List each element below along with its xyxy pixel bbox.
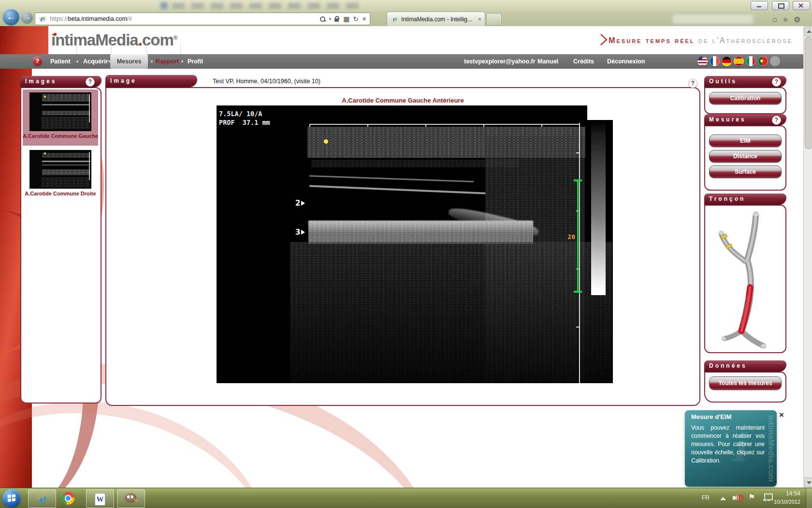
nav-link-deconnexion[interactable]: Déconnexion [607, 54, 645, 69]
back-button[interactable]: ← [3, 9, 19, 25]
surface-button[interactable]: Surface [709, 165, 782, 178]
url-scheme: https:// [50, 15, 68, 22]
ultrasound-image[interactable]: 7.5LA/ 10/A PROF 37.1 mm 2 3 [217, 105, 613, 383]
tray-date: 10/10/2012 [764, 498, 800, 506]
measurement-cap-bottom[interactable] [574, 291, 582, 293]
taskbar: e W FR ⚑ 14: [0, 488, 812, 508]
volume-muted-icon[interactable] [733, 493, 742, 502]
url-path: /# [127, 15, 132, 22]
start-button[interactable] [2, 489, 21, 508]
distance-button[interactable]: Distance [709, 150, 782, 163]
outils-help-icon[interactable]: ? [772, 77, 781, 87]
flag-fr-icon[interactable] [710, 56, 720, 66]
taskbar-chrome-app[interactable] [62, 492, 74, 505]
nav-item-acquerir[interactable]: Acquérir [83, 54, 108, 69]
header-tick [146, 44, 147, 54]
forward-button[interactable]: → [21, 12, 33, 23]
taskbar-ie-app[interactable]: e [28, 489, 56, 508]
mesures-help-icon[interactable]: ? [772, 116, 781, 125]
nav-link-credits[interactable]: Crédits [573, 54, 594, 69]
us-depth-info: PROF 37.1 mm [219, 119, 270, 126]
tab-close-icon[interactable]: × [478, 15, 481, 23]
nav-item-rapport[interactable]: Rapport [156, 54, 179, 69]
minimize-button[interactable] [751, 1, 768, 10]
scrollbar-down-arrow[interactable] [804, 478, 812, 487]
image-item-label: A.Carotide Commune Droite [23, 191, 98, 196]
flag-pt-icon[interactable] [758, 56, 768, 66]
thumbnail-carotide-gauche[interactable] [29, 92, 91, 131]
url-text: https://beta.intimamedia.com/# [50, 15, 132, 22]
patient-info: Test VP, Homme, 04/10/1960, (visite 10) [213, 78, 320, 85]
page-scrollbar[interactable] [803, 26, 812, 488]
eim-button[interactable]: EIM [709, 134, 782, 147]
url-host: beta.intimamedia.com [68, 15, 127, 22]
measurement-line[interactable] [577, 180, 579, 292]
action-center-flag-icon[interactable]: ⚑ [748, 493, 755, 502]
search-dropdown-icon[interactable]: ▾ [329, 16, 332, 21]
header-tick [76, 44, 77, 54]
notification-body: Vous pouvez maintenant commencer à réali… [691, 424, 765, 465]
thumbnail-carotide-droite[interactable] [29, 150, 91, 189]
tray-expand-icon[interactable] [720, 497, 726, 500]
header-tick [180, 44, 181, 54]
image-panel-tab: Image [105, 75, 197, 87]
nav-item-patient[interactable]: Patient [50, 54, 71, 69]
browser-tab[interactable]: e IntimaMedia.com - Intellig... × [387, 12, 485, 26]
scrollbar-thumb[interactable] [805, 37, 812, 149]
tab-title: IntimaMedia.com - Intellig... [401, 16, 472, 23]
us-marker-2: 2 [295, 199, 305, 208]
maximize-button[interactable] [772, 1, 789, 10]
flag-extra-icon[interactable] [770, 56, 780, 66]
measurement-cap-top[interactable] [574, 179, 582, 181]
close-window-button[interactable] [793, 1, 810, 10]
image-list-item-selected[interactable]: A.Carotide Commune Gauche [23, 90, 98, 146]
screen: ← → e https://beta.intimamedia.com/# ▾ ▦… [0, 0, 812, 508]
tray-clock[interactable]: 14:54 10/10/2012 [764, 490, 800, 506]
toutes-les-mesures-button[interactable]: Toutes les mesures [709, 376, 782, 390]
taskbar-gimp-app[interactable] [117, 489, 145, 508]
us-grayscale-bar [591, 121, 606, 295]
us-deep-fade [290, 242, 612, 383]
background-search-box [672, 14, 754, 25]
nav-item-profil[interactable]: Profil [188, 54, 203, 69]
favorites-star-icon[interactable]: ★ [782, 15, 789, 24]
image-list-item[interactable]: A.Carotide Commune Droite [23, 148, 98, 204]
carotid-artery-diagram[interactable]: © 2011 IntimaMedia.com [710, 209, 780, 348]
new-tab-button[interactable] [486, 13, 502, 26]
taskbar-word-app[interactable]: W [86, 489, 114, 508]
tagline: Mesure temps réel de l'Athérosclérose [551, 34, 793, 45]
tray-time: 14:54 [764, 490, 800, 498]
windows-flag-icon [8, 495, 11, 498]
nav-link-manuel[interactable]: Manuel [537, 54, 558, 69]
tagline-chevron-icon [600, 34, 608, 45]
flag-it-icon[interactable] [746, 56, 756, 66]
page-header: intimaMedia.com® Mesure temps réel de l'… [0, 26, 812, 54]
user-email: testvpexplorer@yahoo.fr [464, 54, 536, 69]
us-top-ruler [309, 124, 580, 125]
logo[interactable]: intimaMedia.com® [51, 31, 178, 49]
show-desktop-button[interactable] [806, 488, 812, 508]
header-tick [111, 44, 112, 54]
address-bar[interactable]: e https://beta.intimamedia.com/# ▾ ▦ ↻ × [35, 13, 370, 25]
image-panel-help-icon[interactable]: ? [688, 79, 697, 88]
notification-close-icon[interactable]: × [779, 410, 784, 420]
nav-help-icon[interactable]: ? [33, 57, 42, 66]
donnees-panel-tab: Données [704, 360, 786, 372]
tray-language[interactable]: FR [702, 494, 710, 501]
refresh-icon[interactable]: ↻ [353, 15, 359, 22]
calibration-button[interactable]: Calibration [709, 92, 782, 105]
tools-gear-icon[interactable]: ⚙ [794, 15, 800, 24]
page-viewport: intimaMedia.com® Mesure temps réel de l'… [0, 26, 812, 488]
flag-us-icon[interactable] [697, 56, 708, 66]
images-help-icon[interactable]: ? [86, 77, 95, 87]
home-icon[interactable]: ⌂ [772, 15, 777, 24]
compatibility-view-icon[interactable]: ▦ [343, 15, 349, 22]
stop-icon[interactable]: × [362, 15, 366, 22]
scrollbar-up-arrow[interactable] [804, 27, 812, 36]
flag-es-icon[interactable] [734, 56, 744, 66]
image-item-label: A.Carotide Commune Gauche [23, 133, 98, 139]
search-icon[interactable] [319, 16, 326, 22]
us-corner-notch [587, 105, 613, 120]
flag-de-icon[interactable] [722, 56, 732, 66]
nav-item-mesures[interactable]: Mesures [110, 54, 148, 69]
